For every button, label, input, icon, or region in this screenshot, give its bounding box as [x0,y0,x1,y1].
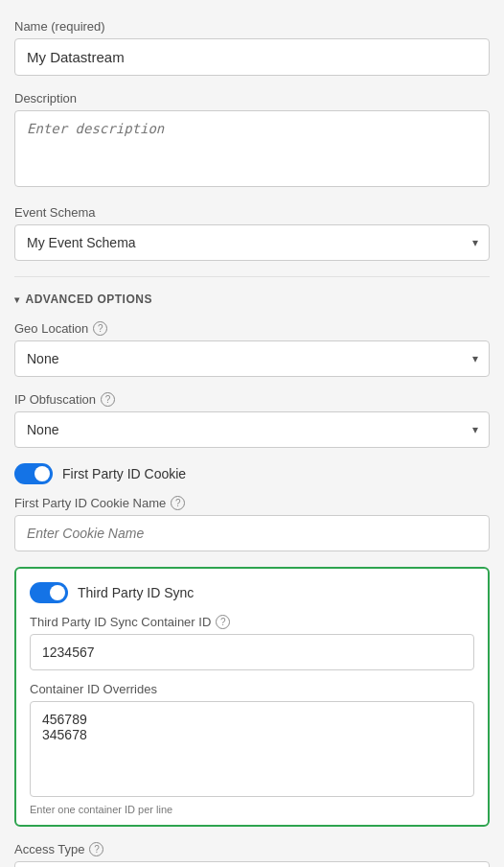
third-party-toggle-row: Third Party ID Sync [30,582,474,603]
advanced-options-toggle[interactable]: ▾ ADVANCED OPTIONS [14,293,490,306]
ip-obfuscation-select-wrapper: None ▾ [14,411,490,448]
description-textarea[interactable] [14,110,490,187]
third-party-toggle[interactable] [30,582,68,603]
name-input[interactable] [14,38,490,76]
access-type-label-row: Access Type ? [14,842,490,856]
ip-obfuscation-help-icon[interactable]: ? [101,392,115,407]
event-schema-select-wrapper: My Event Schema ▾ [14,224,490,261]
first-party-toggle-row: First Party ID Cookie [14,463,490,484]
geo-location-select[interactable]: None [14,340,490,377]
third-party-container-label-row: Third Party ID Sync Container ID ? [30,615,474,629]
third-party-section: Third Party ID Sync Third Party ID Sync … [14,567,490,827]
access-type-help-icon[interactable]: ? [89,842,103,856]
third-party-container-input[interactable] [30,634,474,670]
advanced-options-label: ADVANCED OPTIONS [26,293,152,306]
container-overrides-label: Container ID Overrides [30,682,474,696]
access-type-group: Access Type ? Mixed Authentication ▾ [14,842,490,867]
access-type-select-wrapper: Mixed Authentication ▾ [14,861,490,867]
container-overrides-hint: Enter one container ID per line [30,804,474,815]
first-party-cookie-input[interactable] [14,515,490,551]
geo-location-label-row: Geo Location ? [14,321,490,336]
event-schema-select[interactable]: My Event Schema [14,224,490,261]
ip-obfuscation-label-row: IP Obfuscation ? [14,392,490,407]
divider [14,276,490,277]
third-party-toggle-label: Third Party ID Sync [78,585,194,600]
ip-obfuscation-group: IP Obfuscation ? None ▾ [14,392,490,448]
geo-location-help-icon[interactable]: ? [93,321,107,336]
first-party-toggle-slider [14,463,53,484]
advanced-options-chevron-icon: ▾ [14,294,20,305]
description-field-group: Description [14,91,490,190]
first-party-cookie-help-icon[interactable]: ? [171,496,185,510]
container-overrides-textarea[interactable]: 456789 345678 [30,701,474,797]
geo-location-label: Geo Location [14,321,88,336]
event-schema-label: Event Schema [14,205,490,220]
first-party-group: First Party ID Cookie First Party ID Coo… [14,463,490,551]
name-label: Name (required) [14,19,490,34]
first-party-cookie-name-label-row: First Party ID Cookie Name ? [14,496,490,510]
ip-obfuscation-label: IP Obfuscation [14,392,96,407]
access-type-label: Access Type [14,842,84,856]
third-party-container-label: Third Party ID Sync Container ID [30,615,211,629]
first-party-toggle[interactable] [14,463,53,484]
access-type-select[interactable]: Mixed Authentication [14,861,490,867]
third-party-container-help-icon[interactable]: ? [216,615,230,629]
geo-location-select-wrapper: None ▾ [14,340,490,377]
geo-location-group: Geo Location ? None ▾ [14,321,490,377]
name-field-group: Name (required) [14,19,490,76]
description-label: Description [14,91,490,105]
third-party-toggle-slider [30,582,68,603]
event-schema-group: Event Schema My Event Schema ▾ [14,205,490,261]
first-party-toggle-label: First Party ID Cookie [62,466,186,481]
first-party-cookie-name-label: First Party ID Cookie Name [14,496,166,510]
ip-obfuscation-select[interactable]: None [14,411,490,448]
